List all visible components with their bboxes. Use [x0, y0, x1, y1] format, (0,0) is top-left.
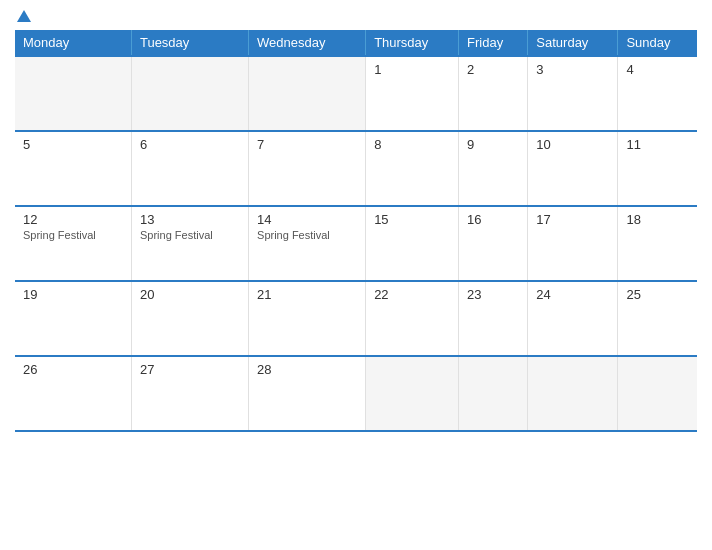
day-number: 12 [23, 212, 123, 227]
calendar-cell: 2 [459, 56, 528, 131]
event-label: Spring Festival [140, 229, 240, 241]
day-number: 9 [467, 137, 519, 152]
day-number: 28 [257, 362, 357, 377]
calendar-cell: 8 [366, 131, 459, 206]
day-number: 27 [140, 362, 240, 377]
calendar-cell: 19 [15, 281, 131, 356]
logo [15, 10, 33, 22]
calendar-cell: 15 [366, 206, 459, 281]
day-number: 17 [536, 212, 609, 227]
calendar-week-row: 19202122232425 [15, 281, 697, 356]
weekday-header-friday: Friday [459, 30, 528, 56]
calendar-cell: 28 [249, 356, 366, 431]
day-number: 7 [257, 137, 357, 152]
weekday-header-saturday: Saturday [528, 30, 618, 56]
weekday-header-sunday: Sunday [618, 30, 697, 56]
calendar-cell [459, 356, 528, 431]
calendar-cell: 23 [459, 281, 528, 356]
calendar-cell: 4 [618, 56, 697, 131]
calendar-cell: 1 [366, 56, 459, 131]
calendar-cell: 20 [131, 281, 248, 356]
day-number: 3 [536, 62, 609, 77]
day-number: 23 [467, 287, 519, 302]
calendar-cell: 3 [528, 56, 618, 131]
calendar-cell: 24 [528, 281, 618, 356]
calendar-cell [15, 56, 131, 131]
calendar-cell: 10 [528, 131, 618, 206]
event-label: Spring Festival [23, 229, 123, 241]
day-number: 19 [23, 287, 123, 302]
day-number: 2 [467, 62, 519, 77]
calendar-cell: 6 [131, 131, 248, 206]
day-number: 6 [140, 137, 240, 152]
day-number: 4 [626, 62, 689, 77]
day-number: 11 [626, 137, 689, 152]
calendar-cell: 9 [459, 131, 528, 206]
calendar-cell: 27 [131, 356, 248, 431]
calendar-cell: 18 [618, 206, 697, 281]
day-number: 14 [257, 212, 357, 227]
day-number: 15 [374, 212, 450, 227]
event-label: Spring Festival [257, 229, 357, 241]
weekday-header-thursday: Thursday [366, 30, 459, 56]
day-number: 13 [140, 212, 240, 227]
day-number: 1 [374, 62, 450, 77]
calendar-cell: 16 [459, 206, 528, 281]
calendar-cell [249, 56, 366, 131]
calendar-cell: 22 [366, 281, 459, 356]
day-number: 24 [536, 287, 609, 302]
day-number: 26 [23, 362, 123, 377]
weekday-header-wednesday: Wednesday [249, 30, 366, 56]
weekday-header-row: MondayTuesdayWednesdayThursdayFridaySatu… [15, 30, 697, 56]
calendar-cell: 26 [15, 356, 131, 431]
calendar-cell [528, 356, 618, 431]
calendar-cell: 11 [618, 131, 697, 206]
calendar-header [15, 10, 697, 22]
day-number: 18 [626, 212, 689, 227]
day-number: 5 [23, 137, 123, 152]
calendar-cell: 21 [249, 281, 366, 356]
calendar-week-row: 567891011 [15, 131, 697, 206]
calendar-week-row: 262728 [15, 356, 697, 431]
day-number: 25 [626, 287, 689, 302]
weekday-header-monday: Monday [15, 30, 131, 56]
calendar-week-row: 1234 [15, 56, 697, 131]
weekday-header-tuesday: Tuesday [131, 30, 248, 56]
calendar-cell: 14Spring Festival [249, 206, 366, 281]
calendar-container: MondayTuesdayWednesdayThursdayFridaySatu… [0, 0, 712, 550]
calendar-week-row: 12Spring Festival13Spring Festival14Spri… [15, 206, 697, 281]
calendar-cell: 17 [528, 206, 618, 281]
calendar-grid: MondayTuesdayWednesdayThursdayFridaySatu… [15, 30, 697, 432]
day-number: 10 [536, 137, 609, 152]
day-number: 22 [374, 287, 450, 302]
calendar-cell: 25 [618, 281, 697, 356]
calendar-cell [618, 356, 697, 431]
logo-triangle-icon [17, 10, 31, 22]
calendar-cell: 13Spring Festival [131, 206, 248, 281]
day-number: 8 [374, 137, 450, 152]
calendar-cell [131, 56, 248, 131]
day-number: 16 [467, 212, 519, 227]
day-number: 21 [257, 287, 357, 302]
day-number: 20 [140, 287, 240, 302]
calendar-cell: 5 [15, 131, 131, 206]
calendar-cell [366, 356, 459, 431]
calendar-cell: 12Spring Festival [15, 206, 131, 281]
calendar-cell: 7 [249, 131, 366, 206]
